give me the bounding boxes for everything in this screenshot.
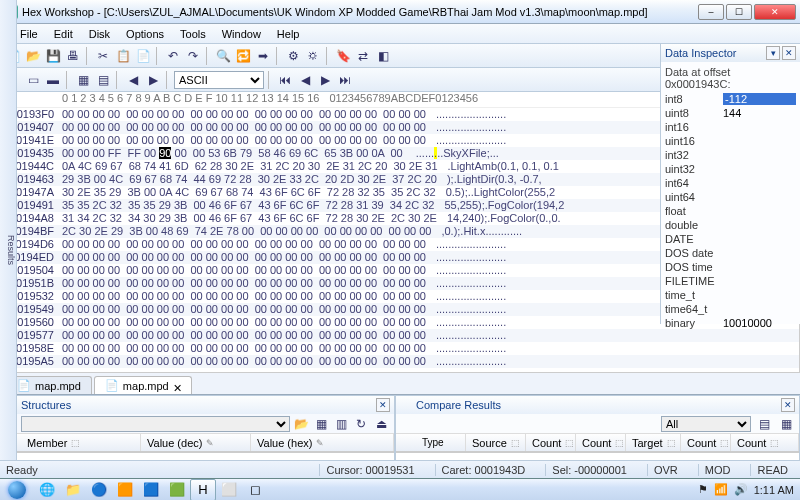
system-tray[interactable]: ⚑ 📶 🔊 1:11 AM bbox=[698, 483, 800, 496]
nav2-icon[interactable]: ▶ bbox=[144, 71, 162, 89]
first-icon[interactable]: ⏮ bbox=[276, 71, 294, 89]
panel-menu-icon[interactable]: ▾ bbox=[766, 46, 780, 60]
maximize-button[interactable]: ☐ bbox=[726, 4, 752, 20]
data-inspector-panel: Data Inspector ▾ ✕ Data at offset 0x0001… bbox=[660, 44, 800, 324]
compare-filter-select[interactable]: All bbox=[661, 416, 751, 432]
network-icon[interactable]: 📶 bbox=[714, 483, 728, 496]
undo-icon[interactable]: ↶ bbox=[164, 47, 182, 65]
task-app2-icon[interactable]: 🟦 bbox=[138, 479, 164, 501]
tool-icon[interactable]: ⚙ bbox=[284, 47, 302, 65]
t4-icon[interactable]: ⏏ bbox=[372, 415, 390, 433]
statusbar: Ready Cursor: 00019531 Caret: 0001943D S… bbox=[0, 460, 800, 478]
panel-close-icon[interactable]: ✕ bbox=[782, 46, 796, 60]
task-app4-icon[interactable]: ⬜ bbox=[216, 479, 242, 501]
menu-help[interactable]: Help bbox=[269, 26, 308, 42]
tool2-icon[interactable]: ⛭ bbox=[304, 47, 322, 65]
open-struct-icon[interactable]: 📂 bbox=[292, 415, 310, 433]
t3-icon[interactable]: ↻ bbox=[352, 415, 370, 433]
task-chrome-icon[interactable]: 🔵 bbox=[86, 479, 112, 501]
window-title: Hex Workshop - [C:\Users\ZUL_AJMAL\Docum… bbox=[22, 6, 698, 18]
sel-icon[interactable]: ▦ bbox=[74, 71, 92, 89]
find-icon[interactable]: 🔍 bbox=[214, 47, 232, 65]
erase-icon[interactable]: ▭ bbox=[24, 71, 42, 89]
menu-disk[interactable]: Disk bbox=[81, 26, 118, 42]
encoding-select[interactable]: ASCII bbox=[174, 71, 264, 89]
close-button[interactable]: ✕ bbox=[754, 4, 796, 20]
saveall-icon[interactable]: 🖶 bbox=[64, 47, 82, 65]
shift-icon[interactable]: ⇄ bbox=[354, 47, 372, 65]
copy-icon[interactable]: 📋 bbox=[114, 47, 132, 65]
clock[interactable]: 1:11 AM bbox=[754, 484, 794, 496]
c1-icon[interactable]: ▤ bbox=[755, 415, 773, 433]
menu-tools[interactable]: Tools bbox=[172, 26, 214, 42]
bookmark-icon[interactable]: 🔖 bbox=[334, 47, 352, 65]
tool3-icon[interactable]: ◧ bbox=[374, 47, 392, 65]
panel-close-icon[interactable]: ✕ bbox=[376, 398, 390, 412]
goto-icon[interactable]: ➡ bbox=[254, 47, 272, 65]
titlebar: Hex Workshop - [C:\Users\ZUL_AJMAL\Docum… bbox=[0, 0, 800, 24]
t1-icon[interactable]: ▦ bbox=[312, 415, 330, 433]
task-ie-icon[interactable]: 🌐 bbox=[34, 479, 60, 501]
menu-file[interactable]: File bbox=[12, 26, 46, 42]
minimize-button[interactable]: – bbox=[698, 4, 724, 20]
highlight-icon[interactable]: ▬ bbox=[44, 71, 62, 89]
redo-icon[interactable]: ↷ bbox=[184, 47, 202, 65]
menubar: File Edit Disk Options Tools Window Help bbox=[0, 24, 800, 44]
sel2-icon[interactable]: ▤ bbox=[94, 71, 112, 89]
start-button[interactable] bbox=[0, 479, 34, 501]
open-icon[interactable]: 📂 bbox=[24, 47, 42, 65]
c2-icon[interactable]: ▦ bbox=[777, 415, 795, 433]
menu-options[interactable]: Options bbox=[118, 26, 172, 42]
paste-icon[interactable]: 📄 bbox=[134, 47, 152, 65]
cut-icon[interactable]: ✂ bbox=[94, 47, 112, 65]
last-icon[interactable]: ⏭ bbox=[336, 71, 354, 89]
task-app1-icon[interactable]: 🟧 bbox=[112, 479, 138, 501]
menu-edit[interactable]: Edit bbox=[46, 26, 81, 42]
panel-close-icon[interactable]: ✕ bbox=[781, 398, 795, 412]
volume-icon[interactable]: 🔊 bbox=[734, 483, 748, 496]
tab-file1[interactable]: 📄map.mpd bbox=[6, 376, 92, 394]
task-hexworkshop-icon[interactable]: H bbox=[190, 479, 216, 501]
editor-tabs: 📄map.mpd 📄map.mpd✕ bbox=[0, 372, 800, 394]
menu-window[interactable]: Window bbox=[214, 26, 269, 42]
taskbar: 🌐 📁 🔵 🟧 🟦 🟩 H ⬜ ◻ ⚑ 📶 🔊 1:11 AM bbox=[0, 478, 800, 500]
windows-orb-icon bbox=[8, 481, 26, 499]
replace-icon[interactable]: 🔁 bbox=[234, 47, 252, 65]
task-explorer-icon[interactable]: 📁 bbox=[60, 479, 86, 501]
save-icon[interactable]: 💾 bbox=[44, 47, 62, 65]
task-app5-icon[interactable]: ◻ bbox=[242, 479, 268, 501]
prev-icon[interactable]: ◀ bbox=[296, 71, 314, 89]
next-icon[interactable]: ▶ bbox=[316, 71, 334, 89]
tab-close-icon[interactable]: ✕ bbox=[173, 382, 181, 390]
flag-icon[interactable]: ⚑ bbox=[698, 483, 708, 496]
tab-file2[interactable]: 📄map.mpd✕ bbox=[94, 376, 192, 394]
nav1-icon[interactable]: ◀ bbox=[124, 71, 142, 89]
t2-icon[interactable]: ▥ bbox=[332, 415, 350, 433]
struct-select[interactable] bbox=[21, 416, 290, 432]
task-app3-icon[interactable]: 🟩 bbox=[164, 479, 190, 501]
